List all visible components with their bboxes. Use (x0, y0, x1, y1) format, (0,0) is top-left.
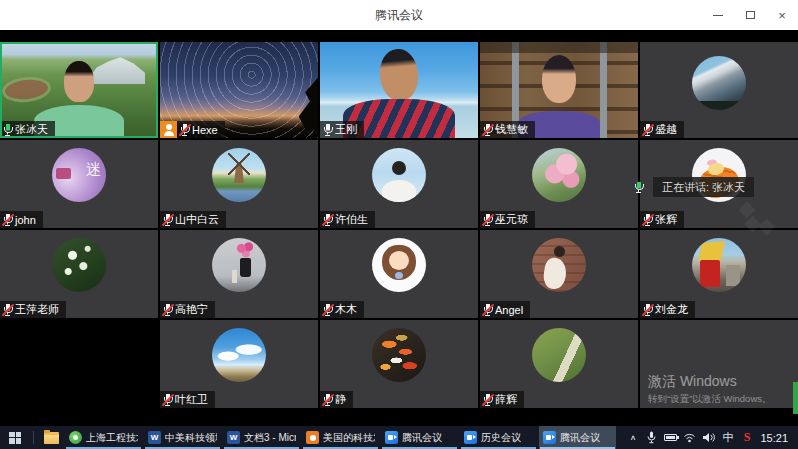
taskbar-item-word-doc2[interactable]: W 文档3 - Microsoft... (223, 426, 300, 449)
avatar (532, 328, 586, 382)
maximize-icon (746, 11, 755, 19)
avatar (372, 148, 426, 202)
participant-name: 许伯生 (335, 212, 368, 227)
taskbar-item-browser[interactable]: 上海工程技术大学... (65, 426, 142, 449)
participant-name: 王萍老师 (15, 302, 59, 317)
window-controls: × (702, 0, 798, 30)
mic-muted-icon (642, 213, 653, 226)
participant-name: john (15, 214, 36, 226)
video-tile[interactable]: 张冰天 (0, 42, 158, 138)
tray-chevron-icon[interactable]: ∧ (623, 428, 642, 446)
video-tile[interactable]: Hexe (160, 42, 318, 138)
browser-icon (69, 431, 82, 444)
taskbar-item-label: 历史会议 (481, 431, 521, 445)
taskbar-item-label: 中美科技领域语言... (165, 431, 217, 445)
participant-label: 盛越 (640, 121, 684, 138)
participant-label: 刘金龙 (640, 301, 695, 318)
mic-muted-icon (482, 393, 493, 406)
speaking-indicator: 正在讲话: 张冰天 (633, 177, 754, 197)
tray-volume-icon[interactable] (699, 426, 718, 449)
participant-name: 刘金龙 (655, 302, 688, 317)
close-button[interactable]: × (766, 0, 798, 30)
meeting-stage: 张冰天 Hexe 王刚 钱慧敏 盛越 (0, 30, 798, 426)
tray-microphone-icon[interactable] (642, 426, 661, 449)
participant-tile[interactable]: 巫元琼 (480, 140, 638, 228)
participant-tile[interactable]: 静 (320, 320, 478, 408)
word-icon: W (227, 431, 240, 444)
avatar (372, 328, 426, 382)
participant-tile[interactable]: 王萍老师 (0, 230, 158, 318)
taskbar-item-label: 文档3 - Microsoft... (244, 431, 296, 445)
host-badge-icon (160, 121, 177, 138)
mic-muted-icon (162, 213, 173, 226)
activation-line2: 转到“设置”以激活 Windows。 (648, 393, 772, 406)
participant-label: 许伯生 (320, 211, 375, 228)
folder-icon (44, 432, 59, 444)
tray-language-indicator[interactable]: 中 (718, 426, 737, 449)
participant-label: 巫元琼 (480, 211, 535, 228)
tray-network-icon[interactable] (680, 426, 699, 449)
avatar (532, 148, 586, 202)
mic-on-icon (322, 123, 333, 136)
taskbar-separator (33, 431, 34, 444)
mic-muted-icon (2, 213, 13, 226)
minimize-button[interactable] (702, 0, 734, 30)
tray-ime-icon[interactable]: S (737, 426, 756, 449)
participant-tile[interactable]: 叶红卫 (160, 320, 318, 408)
participant-tile[interactable]: 木木 (320, 230, 478, 318)
scrollbar-thumb[interactable] (793, 382, 798, 414)
taskbar-item-meeting-active[interactable]: 腾讯会议 (539, 426, 616, 449)
avatar (692, 238, 746, 292)
participant-name: 山中白云 (175, 212, 219, 227)
participant-tile[interactable]: 许伯生 (320, 140, 478, 228)
participant-label: 钱慧敏 (480, 121, 535, 138)
video-tile[interactable]: 钱慧敏 (480, 42, 638, 138)
mic-muted-icon (642, 303, 653, 316)
participant-tile[interactable]: 刘金龙 (640, 230, 798, 318)
word-icon: W (148, 431, 161, 444)
tray-clock[interactable]: 15:21 (756, 432, 794, 444)
participant-name: 薛辉 (495, 392, 517, 407)
participant-label: 山中白云 (160, 211, 226, 228)
window-title: 腾讯会议 (375, 7, 423, 24)
participant-label: 高艳宁 (160, 301, 215, 318)
participant-tile[interactable]: 高艳宁 (160, 230, 318, 318)
meeting-app-icon (543, 431, 556, 444)
file-explorer-button[interactable] (37, 426, 65, 449)
avatar (692, 56, 746, 110)
minimize-icon (713, 15, 723, 16)
windows-taskbar: 上海工程技术大学... W 中美科技领域语言... W 文档3 - Micros… (0, 426, 798, 449)
mic-muted-icon (322, 393, 333, 406)
participant-label: 张冰天 (0, 121, 55, 138)
participant-name: 巫元琼 (495, 212, 528, 227)
tray-battery-icon[interactable] (661, 426, 680, 449)
taskbar-item-meeting1[interactable]: 腾讯会议 (381, 426, 458, 449)
system-tray: ∧ 中 S 15:21 (623, 426, 798, 449)
participant-name: Angel (495, 304, 523, 316)
taskbar-item-word-doc1[interactable]: W 中美科技领域语言... (144, 426, 221, 449)
participant-tile[interactable]: 迷 john (0, 140, 158, 228)
participant-label: 木木 (320, 301, 364, 318)
empty-grid-cell (0, 320, 158, 408)
taskbar-item-meeting-history[interactable]: 历史会议 (460, 426, 537, 449)
maximize-button[interactable] (734, 0, 766, 30)
participant-label: john (0, 211, 43, 228)
participant-tile[interactable]: 山中白云 (160, 140, 318, 228)
avatar (532, 238, 586, 292)
windows-logo-icon (9, 432, 21, 444)
video-tile[interactable]: 王刚 (320, 42, 478, 138)
mic-muted-icon (2, 303, 13, 316)
start-button[interactable] (0, 426, 30, 449)
participant-tile[interactable]: 盛越 (640, 42, 798, 138)
participant-name: 木木 (335, 302, 357, 317)
participant-label: 王萍老师 (0, 301, 66, 318)
activation-line1: 激活 Windows (648, 373, 772, 391)
taskbar-item-label: 腾讯会议 (402, 431, 442, 445)
participant-name: 张冰天 (15, 122, 48, 137)
participant-name: 盛越 (655, 122, 677, 137)
participant-tile[interactable]: Angel (480, 230, 638, 318)
mic-muted-icon (482, 213, 493, 226)
taskbar-item-doc3[interactable]: 美国的科技发展轨... (302, 426, 379, 449)
mic-muted-icon (322, 213, 333, 226)
participant-tile[interactable]: 薛辉 (480, 320, 638, 408)
